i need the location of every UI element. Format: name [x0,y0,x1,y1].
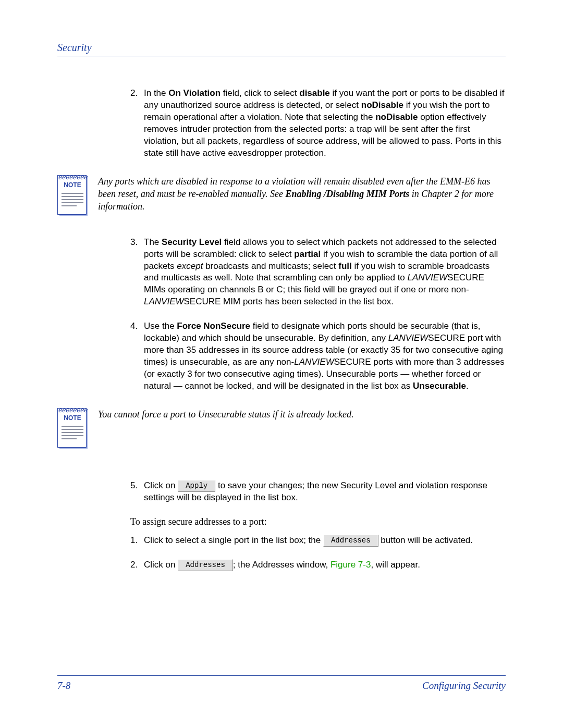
note-icon: ℯℯℯℯℯℯℯℯ NOTE [57,408,88,449]
intro-line: To assign secure addresses to a port: [130,516,506,527]
step: 3.The Security Level field allows you to… [130,237,506,309]
running-header: Security [57,42,506,56]
note-block: ℯℯℯℯℯℯℯℯ NOTE Any ports which are disabl… [57,175,506,216]
note-label: NOTE [57,414,88,422]
content-column: 2.In the On Violation field, click to se… [130,88,506,159]
content-column: 3.The Security Level field allows you to… [130,237,506,392]
addresses-button[interactable]: Addresses [323,535,378,547]
step-body: Use the Force NonSecure field to designa… [144,320,506,392]
step: 4.Use the Force NonSecure field to desig… [130,320,506,392]
note-label: NOTE [57,181,88,189]
step-number: 5. [130,480,144,504]
step-number: 3. [130,237,144,309]
step: 2.Click on Addresses; the Addresses wind… [130,559,506,571]
step: 1.Click to select a single port in the l… [130,535,506,547]
note-text: Any ports which are disabled in response… [98,175,506,216]
step-body: Click on Apply to save your changes; the… [144,480,506,504]
note-text: You cannot force a port to Unsecurable s… [98,408,506,449]
step-body: In the On Violation field, click to sele… [144,88,506,159]
step-body: Click on Addresses; the Addresses window… [144,559,506,571]
apply-button[interactable]: Apply [178,480,215,492]
section-name: Configuring Security [422,680,506,692]
step-number: 2. [130,88,144,159]
note-icon: ℯℯℯℯℯℯℯℯ NOTE [57,175,88,216]
footer: 7-8 Configuring Security [57,675,506,692]
step: 2.In the On Violation field, click to se… [130,88,506,159]
step-body: The Security Level field allows you to s… [144,237,506,309]
addresses-button[interactable]: Addresses [178,559,233,571]
step-number: 4. [130,320,144,392]
step-body: Click to select a single port in the lis… [144,535,506,547]
step: 5.Click on Apply to save your changes; t… [130,480,506,504]
step-number: 1. [130,535,144,547]
page: Security 2.In the On Violation field, cl… [0,0,563,728]
step-number: 2. [130,559,144,571]
content-column: 5.Click on Apply to save your changes; t… [130,480,506,571]
page-number: 7-8 [57,680,70,692]
note-block: ℯℯℯℯℯℯℯℯ NOTE You cannot force a port to… [57,408,506,449]
